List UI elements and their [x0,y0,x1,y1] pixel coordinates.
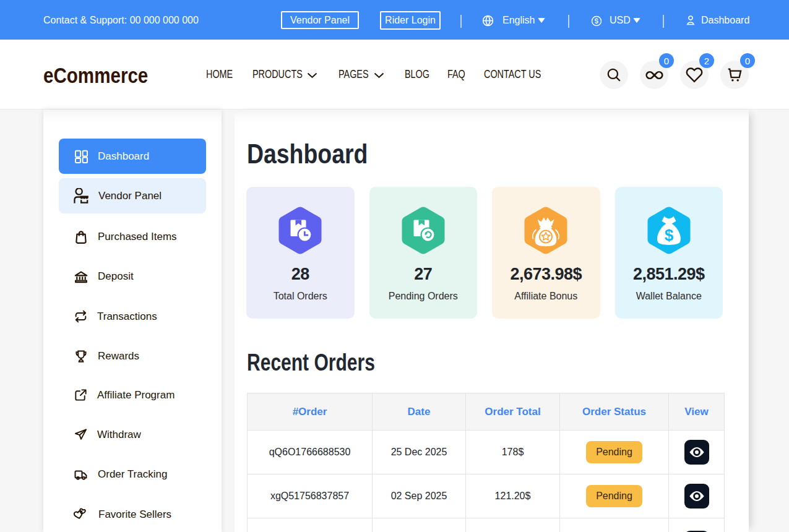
svg-text:$: $ [665,226,674,244]
